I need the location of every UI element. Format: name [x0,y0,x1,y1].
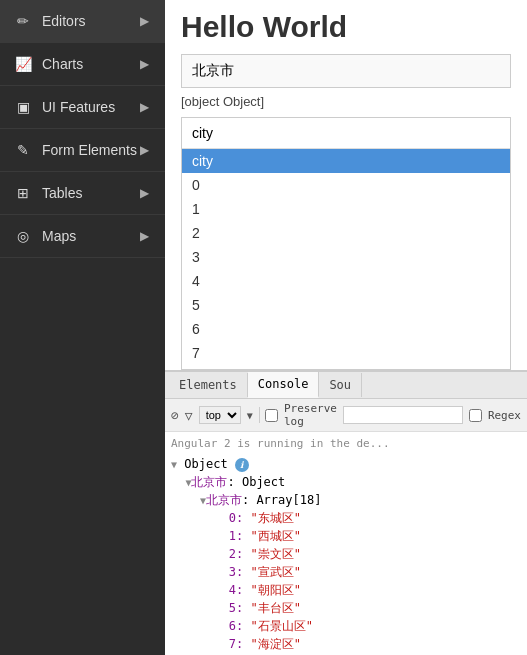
tree-item: 4: "朝阳区" [171,581,521,599]
editors-chevron-icon: ▶ [137,14,151,28]
sidebar-item-tables[interactable]: ⊞Tables▶ [0,172,165,215]
regex-label: Regex [488,409,521,422]
maps-chevron-icon: ▶ [137,229,151,243]
charts-chevron-icon: ▶ [137,57,151,71]
maps-label: Maps [42,228,137,244]
page-title: Hello World [181,10,511,44]
ui-features-label: UI Features [42,99,137,115]
top-select[interactable]: top [199,406,241,424]
maps-icon: ◎ [14,227,32,245]
editors-label: Editors [42,13,137,29]
dropdown-item[interactable]: 6 [182,317,510,341]
circle-icon[interactable]: ⊘ [171,407,179,423]
tree-item: 1: "西城区" [171,527,521,545]
dropdown-item[interactable]: 2 [182,221,510,245]
tree-item: 0: "东城区" [171,509,521,527]
editors-icon: ✏ [14,12,32,30]
dropdown-list: city01234567891011121314 [182,149,510,369]
city-input[interactable] [181,54,511,88]
main-content: Hello World [object Object] city01234567… [165,0,527,655]
tables-icon: ⊞ [14,184,32,202]
devtools-tabs: ElementsConsoleSou [165,372,527,399]
ui-features-icon: ▣ [14,98,32,116]
devtools-tab-sou[interactable]: Sou [319,373,362,397]
tree-item: 6: "石景山区" [171,617,521,635]
devtools-tab-elements[interactable]: Elements [169,373,248,397]
tree-item: 3: "宣武区" [171,563,521,581]
preserve-log-checkbox[interactable] [265,409,278,422]
tree-item: 2: "崇文区" [171,545,521,563]
ui-features-chevron-icon: ▶ [137,100,151,114]
preserve-log-label: Preserve log [284,402,337,428]
form-elements-label: Form Elements [42,142,137,158]
sidebar-item-maps[interactable]: ◎Maps▶ [0,215,165,258]
devtools-panel: ElementsConsoleSou ⊘ ▽ top ▼ Preserve lo… [165,370,527,655]
dropdown-container: city01234567891011121314 [181,117,511,370]
dropdown-item[interactable]: 8 [182,365,510,369]
tables-chevron-icon: ▶ [137,186,151,200]
devtools-toolbar: ⊘ ▽ top ▼ Preserve log Regex [165,399,527,432]
tables-label: Tables [42,185,137,201]
form-elements-chevron-icon: ▶ [137,143,151,157]
dropdown-item[interactable]: 0 [182,173,510,197]
object-label: [object Object] [181,94,511,109]
filter-input[interactable] [343,406,463,424]
tree-item: 5: "丰台区" [171,599,521,617]
sidebar-item-editors[interactable]: ✏Editors▶ [0,0,165,43]
devtools-tab-console[interactable]: Console [248,372,320,398]
devtools-content: Angular 2 is running in the de...▼ Objec… [165,432,527,655]
regex-checkbox[interactable] [469,409,482,422]
charts-label: Charts [42,56,137,72]
tree-beijing-arr: ▼北京市: Array[18] [171,491,521,509]
dropdown-item[interactable]: 1 [182,197,510,221]
charts-icon: 📈 [14,55,32,73]
sidebar: ✏Editors▶📈Charts▶▣UI Features▶✎Form Elem… [0,0,165,655]
tree-item: 7: "海淀区" [171,635,521,653]
tree-root: ▼ Object ℹ [171,455,521,473]
chevron-down-icon[interactable]: ▼ [247,407,253,423]
dropdown-item[interactable]: 3 [182,245,510,269]
sidebar-item-form-elements[interactable]: ✎Form Elements▶ [0,129,165,172]
dropdown-item[interactable]: 5 [182,293,510,317]
sidebar-item-ui-features[interactable]: ▣UI Features▶ [0,86,165,129]
tree-beijing: ▼北京市: Object [171,473,521,491]
dropdown-item[interactable]: city [182,149,510,173]
sidebar-item-charts[interactable]: 📈Charts▶ [0,43,165,86]
filter-icon[interactable]: ▽ [185,407,193,423]
top-section: Hello World [object Object] city01234567… [165,0,527,370]
dropdown-item[interactable]: 4 [182,269,510,293]
form-elements-icon: ✎ [14,141,32,159]
dropdown-item[interactable]: 7 [182,341,510,365]
console-output-line: Angular 2 is running in the de... [171,436,521,453]
dropdown-search-input[interactable] [182,118,510,149]
